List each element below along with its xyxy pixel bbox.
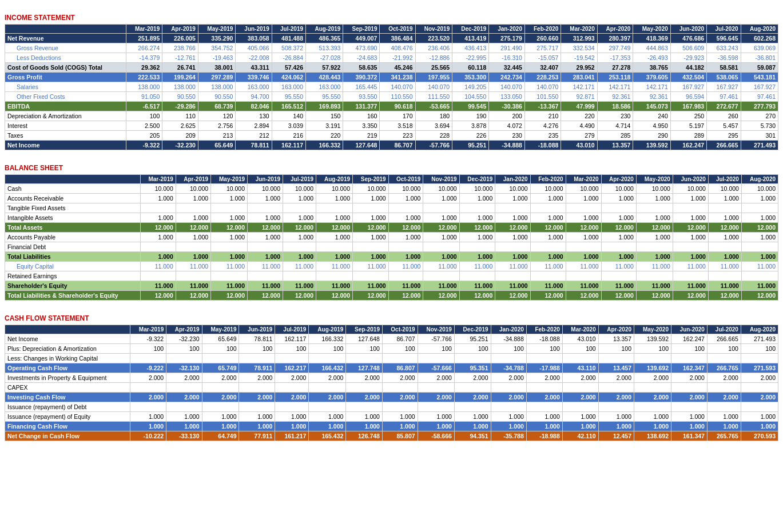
cell-value: -16.310	[489, 53, 525, 63]
cell-value: -26.884	[272, 53, 305, 63]
row-label: Retained Earnings	[5, 271, 141, 281]
cell-value: 279	[561, 131, 597, 141]
cell-value	[140, 271, 176, 281]
cell-value: -57.666	[418, 363, 454, 373]
cell-value	[495, 242, 530, 252]
cell-value	[673, 203, 708, 213]
cell-value	[309, 354, 346, 363]
cell-value	[423, 242, 459, 252]
cell-value: 95.550	[272, 92, 305, 102]
table-row: Cost of Goods Sold (COGS) Total29.36226.…	[5, 63, 778, 73]
cell-value: 253.118	[597, 73, 633, 82]
cell-value: 1.000	[491, 422, 526, 431]
cell-value: -6.517	[126, 102, 162, 111]
cell-value: 11.000	[741, 281, 778, 291]
cell-value: 11.000	[140, 281, 176, 291]
cell-value: 265.765	[707, 431, 741, 441]
cell-value: -9.222	[130, 363, 166, 373]
cell-value: 1.000	[140, 213, 176, 223]
cell-value: 289	[670, 131, 706, 141]
balance-sheet-section: BALANCE SHEET Mar-2019Apr-2019May-2019Ju…	[5, 164, 778, 301]
cell-value: 2.000	[671, 373, 707, 383]
cell-value: 13.357	[598, 334, 634, 344]
cell-value: 11.000	[316, 262, 353, 271]
cell-value: 1.000	[418, 412, 454, 422]
cell-value: 138.000	[126, 82, 162, 92]
cell-value: 57.426	[272, 63, 305, 73]
cell-value: 1.000	[491, 412, 526, 422]
cell-value: 1.000	[671, 422, 707, 431]
cell-value: 11.000	[459, 262, 495, 271]
table-row: Depreciation & Amortization1001101201301…	[5, 111, 778, 121]
column-header: Aug-2019	[309, 325, 346, 334]
cell-value: -27.028	[306, 53, 343, 63]
table-row: Net Income-9.322-32.23065.64978.811162.1…	[5, 334, 778, 344]
cell-value: 3.518	[380, 121, 415, 131]
table-row: Retained Earnings	[5, 271, 778, 281]
table-row: Interest2.5002.6252.7562.8943.0393.1913.…	[5, 121, 778, 131]
cell-value: 100	[130, 344, 166, 354]
cell-value	[346, 383, 383, 393]
row-label: Net Change in Cash Flow	[5, 431, 130, 441]
cell-value: 1.000	[423, 213, 459, 223]
cell-value: 1.000	[708, 252, 741, 262]
cell-value: -12.761	[162, 53, 198, 63]
cell-value	[382, 402, 418, 412]
cell-value: 92.361	[633, 92, 670, 102]
cell-value: 1.000	[741, 422, 778, 431]
cell-value: 94.700	[236, 92, 272, 102]
cell-value: 1.000	[708, 194, 741, 203]
cell-value	[140, 203, 176, 213]
cell-value: 271.593	[741, 363, 778, 373]
cell-value	[707, 402, 741, 412]
cell-value: -29.923	[670, 53, 706, 63]
cell-value: 1.000	[598, 412, 634, 422]
cell-value: 139.692	[634, 363, 671, 373]
cell-value: 12.000	[140, 223, 176, 233]
column-header: Mar-2019	[126, 25, 162, 34]
cell-value	[283, 271, 316, 281]
cell-value: 4.490	[561, 121, 597, 131]
cell-value: 11.000	[388, 281, 423, 291]
cell-value: 2.000	[239, 393, 275, 402]
cell-value: 1.000	[423, 233, 459, 242]
cell-value: 12.000	[423, 223, 459, 233]
cell-value	[275, 354, 309, 363]
cell-value	[283, 203, 316, 213]
cell-value: 11.000	[566, 281, 601, 291]
cell-value	[707, 383, 741, 393]
cell-value: 96.594	[670, 92, 706, 102]
cell-value: -10.222	[130, 431, 166, 441]
cell-value: 12.000	[673, 223, 708, 233]
cell-value: -14.379	[126, 53, 162, 63]
cell-value: 1.000	[283, 194, 316, 203]
column-header	[5, 325, 130, 334]
table-row: Tangible Fixed Assets	[5, 203, 778, 213]
cell-value: 11.000	[176, 281, 210, 291]
cell-value: 78.911	[239, 363, 275, 373]
cell-value: 2.000	[382, 373, 418, 383]
column-header: May-2019	[211, 175, 248, 184]
cell-value: 1.000	[166, 422, 202, 431]
column-header: Jun-2019	[239, 325, 275, 334]
cell-value	[673, 242, 708, 252]
cell-value: -13.367	[524, 102, 561, 111]
cell-value	[707, 354, 741, 363]
cell-value: 1.000	[708, 233, 741, 242]
cell-value: 240	[633, 111, 670, 121]
cell-value: 1.000	[495, 194, 530, 203]
cell-value: 230	[597, 111, 633, 121]
table-row: Salaries138.000138.000138.000163.000163.…	[5, 82, 778, 92]
cell-value: 1.000	[283, 213, 316, 223]
cell-value	[495, 203, 530, 213]
column-header: Oct-2019	[388, 175, 423, 184]
cell-value: 1.000	[316, 233, 353, 242]
column-header: Jun-2020	[670, 25, 706, 34]
row-label: Cost of Goods Sold (COGS) Total	[5, 63, 126, 73]
cell-value: 12.000	[423, 291, 459, 301]
cell-value: -9.322	[130, 334, 166, 344]
cell-value: 10.000	[530, 184, 566, 194]
cell-value: 13.457	[598, 363, 634, 373]
cell-value: 4.276	[524, 121, 561, 131]
table-row: Net Income-9.322-32.23065.64978.811162.1…	[5, 141, 778, 150]
